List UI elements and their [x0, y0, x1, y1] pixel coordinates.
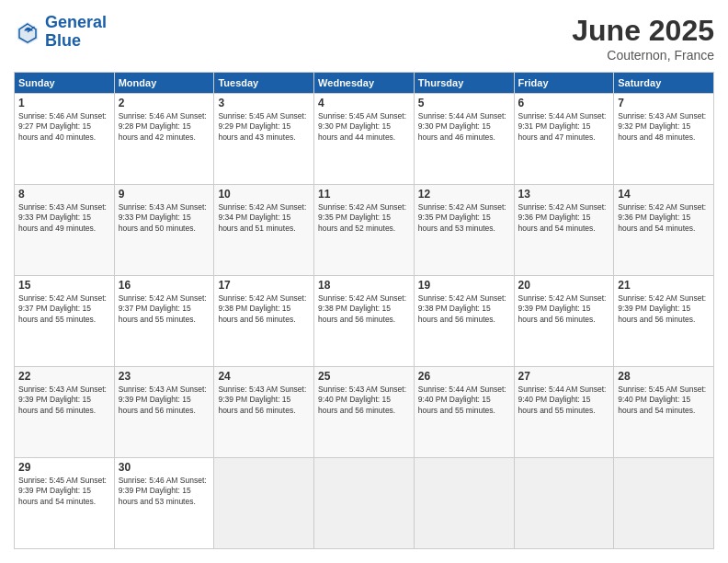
col-monday: Monday	[114, 73, 214, 94]
table-row: 22Sunrise: 5:43 AM Sunset: 9:39 PM Dayli…	[15, 367, 115, 458]
table-row: 15Sunrise: 5:42 AM Sunset: 9:37 PM Dayli…	[15, 276, 115, 367]
table-row: 4Sunrise: 5:45 AM Sunset: 9:30 PM Daylig…	[314, 94, 415, 185]
table-row: 16Sunrise: 5:42 AM Sunset: 9:37 PM Dayli…	[114, 276, 214, 367]
table-row: 11Sunrise: 5:42 AM Sunset: 9:35 PM Dayli…	[314, 185, 415, 276]
header-row: Sunday Monday Tuesday Wednesday Thursday…	[15, 73, 714, 94]
table-row: 26Sunrise: 5:44 AM Sunset: 9:40 PM Dayli…	[414, 367, 514, 458]
table-row: 13Sunrise: 5:42 AM Sunset: 9:36 PM Dayli…	[514, 185, 614, 276]
table-row: 28Sunrise: 5:45 AM Sunset: 9:40 PM Dayli…	[614, 367, 714, 458]
table-row: 20Sunrise: 5:42 AM Sunset: 9:39 PM Dayli…	[514, 276, 614, 367]
table-row: 17Sunrise: 5:42 AM Sunset: 9:38 PM Dayli…	[214, 276, 314, 367]
table-row	[514, 458, 614, 549]
month-title: June 2025	[572, 14, 714, 48]
table-row: 27Sunrise: 5:44 AM Sunset: 9:40 PM Dayli…	[514, 367, 614, 458]
col-saturday: Saturday	[614, 73, 714, 94]
table-row: 24Sunrise: 5:43 AM Sunset: 9:39 PM Dayli…	[214, 367, 314, 458]
table-row: 5Sunrise: 5:44 AM Sunset: 9:30 PM Daylig…	[414, 94, 514, 185]
logo: General Blue	[14, 14, 107, 51]
logo-icon	[14, 18, 41, 46]
table-row: 18Sunrise: 5:42 AM Sunset: 9:38 PM Dayli…	[314, 276, 415, 367]
header: General Blue June 2025 Couternon, France	[14, 14, 714, 63]
table-row	[414, 458, 514, 549]
table-row: 23Sunrise: 5:43 AM Sunset: 9:39 PM Dayli…	[114, 367, 214, 458]
col-sunday: Sunday	[15, 73, 115, 94]
logo-text: General Blue	[45, 14, 107, 51]
table-row: 8Sunrise: 5:43 AM Sunset: 9:33 PM Daylig…	[15, 185, 115, 276]
table-row: 10Sunrise: 5:42 AM Sunset: 9:34 PM Dayli…	[214, 185, 314, 276]
col-wednesday: Wednesday	[314, 73, 415, 94]
table-row: 19Sunrise: 5:42 AM Sunset: 9:38 PM Dayli…	[414, 276, 514, 367]
col-thursday: Thursday	[414, 73, 514, 94]
col-tuesday: Tuesday	[214, 73, 314, 94]
calendar-table: Sunday Monday Tuesday Wednesday Thursday…	[14, 72, 714, 549]
table-row: 25Sunrise: 5:43 AM Sunset: 9:40 PM Dayli…	[314, 367, 415, 458]
table-row: 21Sunrise: 5:42 AM Sunset: 9:39 PM Dayli…	[614, 276, 714, 367]
table-row: 6Sunrise: 5:44 AM Sunset: 9:31 PM Daylig…	[514, 94, 614, 185]
table-row: 3Sunrise: 5:45 AM Sunset: 9:29 PM Daylig…	[214, 94, 314, 185]
table-row: 29Sunrise: 5:45 AM Sunset: 9:39 PM Dayli…	[15, 458, 115, 549]
svg-marker-0	[17, 22, 39, 45]
logo-blue: Blue	[45, 32, 107, 51]
table-row: 30Sunrise: 5:46 AM Sunset: 9:39 PM Dayli…	[114, 458, 214, 549]
table-row	[214, 458, 314, 549]
table-row: 2Sunrise: 5:46 AM Sunset: 9:28 PM Daylig…	[114, 94, 214, 185]
table-row: 9Sunrise: 5:43 AM Sunset: 9:33 PM Daylig…	[114, 185, 214, 276]
table-row: 7Sunrise: 5:43 AM Sunset: 9:32 PM Daylig…	[614, 94, 714, 185]
page: General Blue June 2025 Couternon, France…	[0, 0, 728, 563]
logo-general: General	[45, 13, 107, 31]
table-row: 14Sunrise: 5:42 AM Sunset: 9:36 PM Dayli…	[614, 185, 714, 276]
table-row: 12Sunrise: 5:42 AM Sunset: 9:35 PM Dayli…	[414, 185, 514, 276]
table-row	[314, 458, 415, 549]
table-row: 1Sunrise: 5:46 AM Sunset: 9:27 PM Daylig…	[15, 94, 115, 185]
col-friday: Friday	[514, 73, 614, 94]
table-row	[614, 458, 714, 549]
location: Couternon, France	[572, 48, 714, 63]
title-block: June 2025 Couternon, France	[572, 14, 714, 63]
